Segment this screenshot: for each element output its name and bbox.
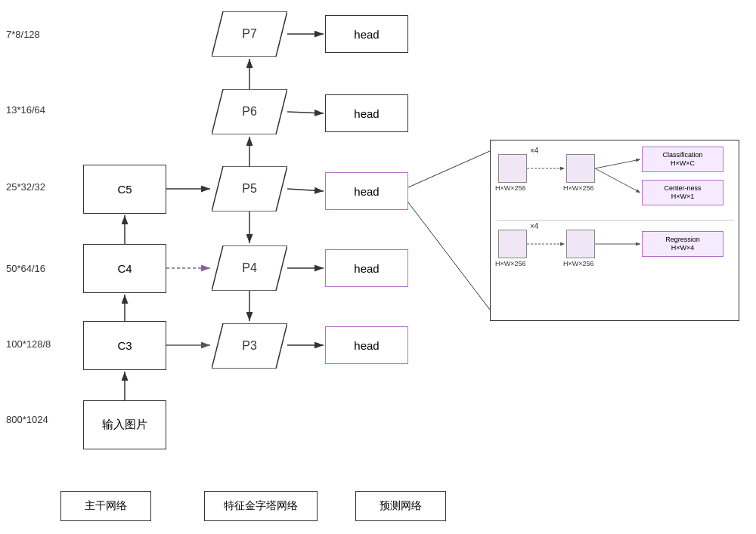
head3-box: head — [325, 172, 408, 210]
detail-box-2a — [498, 230, 527, 258]
diagram-container: 7*8/128 13*16/64 25*32/32 50*64/16 100*1… — [0, 0, 756, 534]
dim-label-3: H×W×256 — [495, 260, 526, 267]
dim-label-2: H×W×256 — [563, 184, 594, 192]
c4-box: C4 — [83, 244, 166, 293]
p4-box: P4 — [212, 245, 287, 291]
head5-box: head — [325, 326, 408, 364]
classification-box: Classification H×W×C — [642, 147, 723, 172]
backbone-label: 主干网络 — [85, 499, 127, 513]
head1-box: head — [325, 15, 408, 53]
label-row5: 100*128/8 — [6, 338, 51, 350]
p5-label: P5 — [242, 182, 257, 195]
c5-box: C5 — [83, 165, 166, 214]
p7-box: P7 — [212, 11, 287, 57]
svg-line-29 — [595, 168, 640, 193]
regression-label: Regression H×W×4 — [665, 236, 700, 252]
svg-line-23 — [408, 151, 490, 187]
detail-inner: ×4 H×W×256 H×W×256 Classification H×W×C … — [491, 140, 739, 320]
centerness-box: Center-ness H×W×1 — [642, 180, 723, 205]
dim-label-4: H×W×256 — [563, 260, 594, 267]
legend-fpn: 特征金字塔网络 — [204, 491, 318, 521]
svg-line-24 — [408, 202, 490, 310]
legend-backbone: 主干网络 — [60, 491, 151, 521]
label-row2: 13*16/64 — [6, 104, 45, 116]
label-row4: 50*64/16 — [6, 263, 45, 274]
svg-line-20 — [287, 189, 324, 191]
head4-box: head — [325, 249, 408, 287]
c3-box: C3 — [83, 321, 166, 370]
p6-box: P6 — [212, 89, 287, 134]
c3-label: C3 — [117, 339, 132, 352]
centerness-label: Center-ness H×W×1 — [664, 184, 701, 201]
svg-line-19 — [287, 112, 324, 113]
detail-box-1a — [498, 154, 527, 183]
p4-label: P4 — [242, 261, 257, 274]
head2-box: head — [325, 94, 408, 132]
input-box: 输入图片 — [83, 400, 166, 449]
p6-label: P6 — [242, 105, 257, 118]
head5-label: head — [354, 339, 379, 352]
regression-box: Regression H×W×4 — [642, 231, 723, 257]
head1-label: head — [354, 28, 379, 41]
x4-label-2: ×4 — [530, 222, 538, 230]
fpn-label: 特征金字塔网络 — [224, 499, 298, 513]
c5-label: C5 — [117, 183, 132, 196]
p3-label: P3 — [242, 339, 257, 352]
detail-box: ×4 H×W×256 H×W×256 Classification H×W×C … — [490, 140, 739, 321]
p5-box: P5 — [212, 166, 287, 211]
head2-label: head — [354, 107, 379, 120]
detail-box-1b — [566, 154, 595, 183]
head3-label: head — [354, 185, 379, 198]
classification-label: Classification H×W×C — [662, 151, 702, 168]
detail-box-2b — [566, 230, 595, 258]
legend-prediction: 预测网络 — [355, 491, 446, 521]
label-row3: 25*32/32 — [6, 181, 45, 193]
label-row6: 800*1024 — [6, 414, 48, 425]
p3-box: P3 — [212, 323, 287, 369]
x4-label-1: ×4 — [530, 147, 538, 155]
head4-label: head — [354, 262, 379, 275]
c4-label: C4 — [117, 262, 132, 275]
p7-label: P7 — [242, 27, 257, 40]
label-row1: 7*8/128 — [6, 29, 40, 40]
prediction-label: 预测网络 — [380, 499, 422, 513]
dim-label-1: H×W×256 — [495, 184, 526, 192]
divider — [497, 220, 734, 221]
input-label: 输入图片 — [102, 418, 147, 432]
svg-line-28 — [595, 159, 640, 168]
